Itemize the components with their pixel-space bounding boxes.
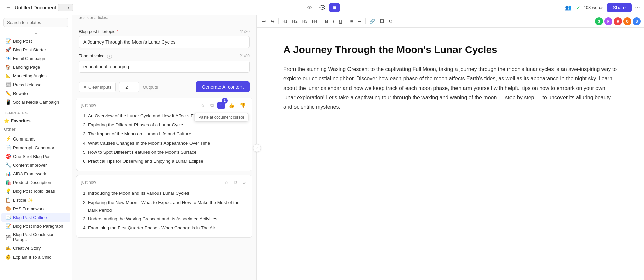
underline-button[interactable]: U — [337, 17, 344, 25]
sidebar-item-aida[interactable]: 📊 AIDA Framework — [1, 169, 70, 178]
share-button[interactable]: Share — [607, 3, 632, 12]
h3-button[interactable]: H3 — [300, 18, 309, 25]
blog-title-input[interactable] — [79, 36, 250, 48]
sidebar-item-marketing-angles[interactable]: 📐 Marketing Angles — [1, 71, 70, 80]
list-item: Practical Tips for Observing and Enjoyin… — [88, 158, 247, 165]
toolbar-avatars: G P R O B — [595, 17, 641, 25]
content-improver-icon: 🔧 — [5, 162, 11, 168]
sidebar-item-listicle[interactable]: 📋 Listicle ✨ — [1, 195, 70, 204]
sidebar-item-label: Blog Post Starter — [13, 47, 46, 52]
sidebar-item-label: Content Improver — [13, 163, 47, 168]
redo-button[interactable]: ↪ — [269, 17, 277, 25]
sidebar-item-email-campaign[interactable]: 📧 Email Campaign — [1, 54, 70, 63]
sidebar-item-commands[interactable]: ⚡ Commands — [1, 134, 70, 143]
list-item: Examining the First Quarter Phase - When… — [88, 224, 247, 232]
result-card-1: just now ☆ ⧉ » 1 Paste at doc — [76, 98, 252, 171]
italic-button[interactable]: I — [331, 17, 336, 25]
landing-page-icon: 🏠 — [5, 64, 11, 70]
sidebar-item-social-media[interactable]: 📱 Social Media Campaign — [1, 98, 70, 106]
sidebar-item-pas-framework[interactable]: 🎨 PAS Framework — [1, 204, 70, 213]
tone-info-icon[interactable]: ℹ — [107, 54, 112, 59]
sidebar-item-label: Email Campaign — [13, 56, 45, 61]
result-card-2-header: just now ☆ ⧉ » — [76, 175, 252, 188]
product-description-icon: 🛍️ — [5, 180, 11, 185]
sidebar-item-paragraph-generator[interactable]: 📄 Paragraph Generator — [1, 143, 70, 152]
view-eye-button[interactable]: 👁 — [304, 3, 315, 12]
sidebar-item-label: PAS Framework — [13, 206, 45, 211]
sidebar-item-blog-topic-ideas[interactable]: 💡 Blog Post Topic Ideas — [1, 187, 70, 195]
tone-input[interactable] — [79, 61, 250, 73]
list-item: Exploring the Different Phases of a Luna… — [88, 121, 247, 129]
sidebar-item-blog-post-intro[interactable]: 📝 Blog Post Intro Paragraph — [1, 222, 70, 230]
favorites-section-label: ⭐ Favorites — [0, 116, 72, 125]
sidebar-item-blog-post-starter[interactable]: 🚀 Blog Post Starter — [1, 45, 70, 54]
editor-scroll-area[interactable]: A Journey Through the Moon's Lunar Cycle… — [257, 28, 644, 280]
sidebar-item-label: Commands — [13, 136, 35, 142]
view-edit-button[interactable]: ▣ — [329, 3, 340, 12]
press-release-icon: 📰 — [5, 82, 11, 87]
undo-button[interactable]: ↩ — [260, 17, 268, 25]
ordered-list-button[interactable]: ≡ — [348, 17, 355, 25]
main-items-section: 📝 Blog Post 🚀 Blog Post Starter 📧 Email … — [0, 35, 72, 108]
one-shot-blog-icon: 🎯 — [5, 154, 11, 159]
result-1-thumbsup-button[interactable]: 👍 — [227, 102, 236, 109]
avatar-blue: B — [633, 17, 641, 25]
link-button[interactable]: 🔗 — [367, 17, 377, 25]
sidebar-item-explain-to-child[interactable]: 👶 Explain It To a Child — [1, 253, 70, 261]
h2-button[interactable]: H2 — [290, 18, 299, 25]
back-button[interactable]: ← — [4, 3, 13, 12]
clear-inputs-button[interactable]: ✕ Clear inputs — [79, 82, 116, 92]
h4-button[interactable]: H4 — [310, 18, 319, 25]
image-button[interactable]: 🖼 — [378, 17, 386, 25]
view-chat-button[interactable]: 💬 — [316, 3, 328, 12]
result-2-copy-button[interactable]: ⧉ — [232, 179, 239, 186]
result-1-thumbsdown-button[interactable]: 👎 — [238, 102, 247, 109]
collaborators-button[interactable]: 👥 — [564, 3, 573, 12]
sidebar-item-blog-post-conclusion[interactable]: 🏁 Blog Post Conclusion Parag... — [1, 230, 70, 244]
h1-button[interactable]: H1 — [280, 18, 289, 25]
sidebar-item-one-shot-blog[interactable]: 🎯 One-Shot Blog Post — [1, 152, 70, 161]
blog-title-label: Blog post title/topic * 41/80 — [79, 29, 250, 34]
sidebar-item-rewrite[interactable]: ✏️ Rewrite — [1, 89, 70, 98]
templates-label: TEMPLATES — [0, 108, 72, 116]
check-icon: ✓ — [576, 5, 580, 10]
dash-button[interactable]: — ▼ — [58, 4, 73, 11]
search-input[interactable] — [3, 18, 68, 27]
center-wrapper: posts or articles. Blog post title/topic… — [72, 15, 257, 280]
result-1-star-button[interactable]: ☆ — [199, 102, 207, 109]
email-campaign-icon: 📧 — [5, 56, 11, 61]
editor-toolbar: ↩ ↪ H1 H2 H3 H4 B I U ≡ ≣ 🔗 🖼 Ω G P R O … — [257, 15, 644, 28]
special-chars-button[interactable]: Ω — [387, 17, 394, 25]
sidebar-item-landing-page[interactable]: 🏠 Landing Page — [1, 63, 70, 71]
unordered-list-button[interactable]: ≣ — [356, 17, 364, 25]
sidebar-item-press-release[interactable]: 📰 Press Release — [1, 80, 70, 89]
sidebar-item-content-improver[interactable]: 🔧 Content Improver — [1, 161, 70, 169]
commands-icon: ⚡ — [5, 136, 11, 142]
sidebar-item-blog-post[interactable]: 📝 Blog Post — [1, 37, 70, 45]
list-item: What Causes Changes in the Moon's Appear… — [88, 139, 247, 147]
outputs-count-input[interactable] — [119, 82, 139, 92]
center-scroll-area: posts or articles. Blog post title/topic… — [72, 15, 256, 280]
generate-button[interactable]: Generate AI content — [196, 81, 250, 92]
blog-post-conclusion-icon: 🏁 — [5, 234, 11, 240]
blog-post-outline-icon: 📑 — [5, 215, 11, 220]
sidebar-item-creative-story[interactable]: ✍️ Creative Story — [1, 244, 70, 253]
collapse-center-panel-button[interactable]: ‹ — [253, 144, 261, 152]
sidebar-item-label: Creative Story — [13, 246, 41, 251]
tone-char-count: 21/80 — [239, 54, 250, 58]
blog-title-field: Blog post title/topic * 41/80 — [79, 29, 250, 48]
paste-button-container: » 1 Paste at document cursor — [217, 102, 225, 109]
clear-x-icon: ✕ — [83, 85, 87, 89]
sidebar-item-product-description[interactable]: 🛍️ Product Description — [1, 178, 70, 187]
more-button[interactable]: ··· — [635, 4, 640, 11]
result-1-copy-button[interactable]: ⧉ — [209, 101, 215, 109]
sidebar-item-blog-post-outline[interactable]: 📑 Blog Post Outline — [1, 213, 70, 222]
sidebar-item-label: Blog Post — [13, 39, 32, 44]
result-2-paste-button[interactable]: » — [241, 179, 247, 186]
result-2-star-button[interactable]: ☆ — [223, 179, 230, 186]
sidebar-item-label: Listicle ✨ — [13, 198, 33, 203]
pas-framework-icon: 🎨 — [5, 206, 11, 211]
bold-button[interactable]: B — [323, 17, 330, 25]
editor-title: A Journey Through the Moon's Lunar Cycle… — [283, 44, 617, 55]
sidebar-item-label: Paragraph Generator — [13, 145, 54, 150]
